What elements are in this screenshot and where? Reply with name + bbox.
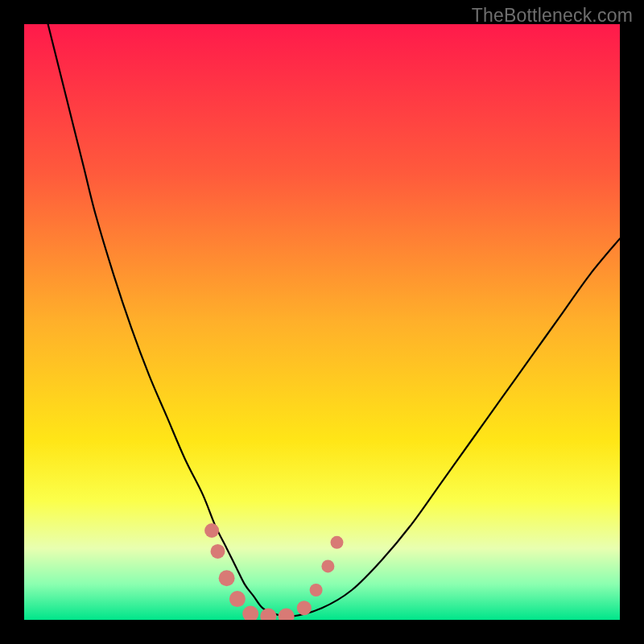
curve-layer [24,24,620,620]
highlight-dot [279,609,295,620]
highlight-dot [242,606,258,620]
highlight-dot [260,609,276,620]
highlight-dot [229,591,246,607]
watermark-text: TheBottleneck.com [472,5,633,27]
highlight-dot [211,544,225,559]
highlight-dot [331,536,344,549]
highlight-dot [204,523,219,538]
chart-frame: TheBottleneck.com [0,0,644,644]
plot-area [24,24,620,620]
highlight-dots [204,523,343,620]
bottleneck-curve [48,24,620,617]
highlight-dot [310,584,323,597]
highlight-dot [219,570,235,586]
highlight-dot [321,559,334,572]
highlight-dot [297,601,312,615]
